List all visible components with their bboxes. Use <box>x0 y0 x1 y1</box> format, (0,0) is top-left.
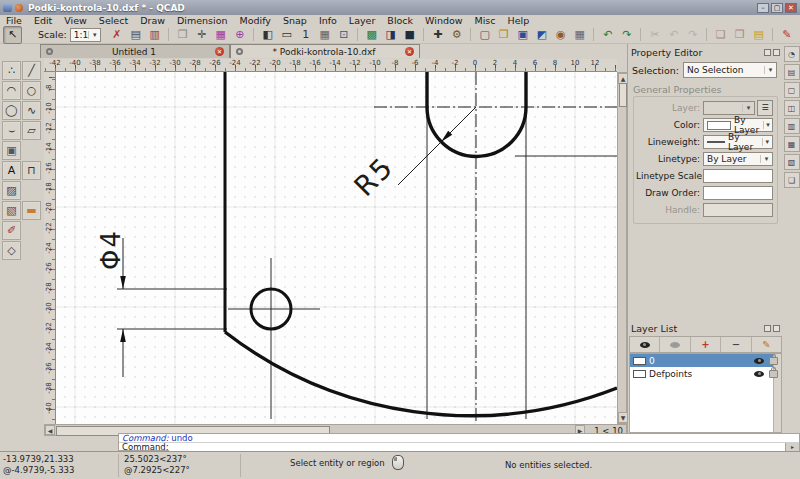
dimension-tool[interactable]: ▬ <box>22 201 41 220</box>
arc-tool[interactable]: ◠ <box>2 81 21 100</box>
text-tool[interactable]: A <box>2 161 21 180</box>
polyline-tool[interactable]: ⌣ <box>2 121 21 140</box>
dock-toggle-1[interactable]: ◔ <box>784 46 800 62</box>
grid-toggle-button[interactable]: ▦ <box>315 26 334 44</box>
minimize-button[interactable]: – <box>757 3 769 13</box>
cut-button[interactable]: ✂ <box>645 26 664 44</box>
pointer-select-button[interactable]: ↖ <box>3 26 22 44</box>
remove-layer-button[interactable]: − <box>721 337 751 352</box>
menu-snap[interactable]: Snap <box>277 15 313 26</box>
add-plus-button[interactable]: ✚ <box>428 26 447 44</box>
document-tab[interactable]: Untitled 1✕ <box>40 44 230 58</box>
menu-layer[interactable]: Layer <box>343 15 382 26</box>
menu-help[interactable]: Help <box>502 15 536 26</box>
lineweight-combobox[interactable]: By Layer ▾ <box>703 135 773 149</box>
print-button[interactable]: ▤ <box>126 26 145 44</box>
dock-toggle-5[interactable]: ▥ <box>784 118 800 134</box>
command-options-button[interactable]: ▸ <box>785 443 799 451</box>
copy-with-ref-button[interactable]: ❐ <box>730 26 749 44</box>
layer-list-scrollbar[interactable] <box>773 354 781 432</box>
zoom-selection-button[interactable]: ⊡ <box>334 26 353 44</box>
dock-toggle-4[interactable]: ◫ <box>784 100 800 116</box>
menu-misc[interactable]: Misc <box>469 15 502 26</box>
drawing-canvas[interactable]: R5 Φ4 <box>56 72 617 424</box>
layer-lock-icon[interactable] <box>769 357 778 365</box>
vertical-scroll-thumb[interactable] <box>619 83 627 107</box>
layer-visibility-icon[interactable] <box>754 358 764 364</box>
scale-combobox[interactable]: 1:1 ▾ <box>70 28 101 42</box>
menu-select[interactable]: Select <box>93 15 134 26</box>
menu-info[interactable]: Info <box>313 15 343 26</box>
draw-order-input[interactable] <box>703 186 773 200</box>
panel-close-icon[interactable] <box>773 49 780 56</box>
circle-tool[interactable]: ○ <box>22 81 41 100</box>
ordinate-tool[interactable]: ⊓ <box>22 161 41 180</box>
snap-grid-button[interactable]: ▦ <box>211 26 230 44</box>
dock-toggle-2[interactable]: ▤ <box>784 64 800 80</box>
scroll-left-icon[interactable]: ◀ <box>45 425 55 435</box>
save-as-button[interactable]: ◩ <box>532 26 551 44</box>
document-tab[interactable]: * Podki-kontrola-10.dxf✕ <box>230 44 420 58</box>
page-border-button[interactable]: 1 <box>296 26 315 44</box>
outline-mode-button[interactable]: ▭ <box>277 26 296 44</box>
snap-center-button[interactable]: ⊕ <box>230 26 249 44</box>
dock-toggle-3[interactable]: ▢ <box>784 82 800 98</box>
selection-combobox[interactable]: No Selection ▾ <box>683 62 777 78</box>
gradient-preview-button[interactable]: ◨ <box>381 26 400 44</box>
print-preview-button[interactable]: ▥ <box>145 26 164 44</box>
paste-tool-button[interactable]: ❐ <box>173 26 192 44</box>
menu-edit[interactable]: Edit <box>28 15 58 26</box>
menu-dimension[interactable]: Dimension <box>171 15 234 26</box>
new-file-button[interactable]: ▢ <box>475 26 494 44</box>
edit-layer-button[interactable]: ✎ <box>752 337 781 352</box>
hide-all-layers-button[interactable] <box>660 337 690 352</box>
layer-lock-icon[interactable] <box>769 370 778 378</box>
show-all-layers-button[interactable] <box>630 337 660 352</box>
copy-button[interactable]: ❏ <box>711 26 730 44</box>
point-tool[interactable]: ∴ <box>2 61 21 80</box>
open-file-button[interactable]: ❐ <box>494 26 513 44</box>
undo-button[interactable]: ↶ <box>598 26 617 44</box>
menu-modify[interactable]: Modify <box>233 15 276 26</box>
restrict-ortho-button[interactable]: ✛ <box>192 26 211 44</box>
layer-combobox[interactable]: ▾ <box>703 101 755 115</box>
layer-row[interactable]: 0 <box>630 354 781 367</box>
save-file-button[interactable]: ▣ <box>513 26 532 44</box>
linetype-combobox[interactable]: By Layer ▾ <box>703 152 773 166</box>
home-button[interactable]: ◉ <box>551 26 570 44</box>
vertical-scrollbar[interactable]: ▲ ▼ <box>617 72 627 424</box>
draw-pen-button[interactable]: ✎ <box>777 26 796 44</box>
spline-tool[interactable]: ∿ <box>22 101 41 120</box>
close-drawing-button[interactable]: ✗ <box>107 26 126 44</box>
add-layer-button[interactable]: + <box>691 337 721 352</box>
draft-mode-button[interactable]: ◧ <box>258 26 277 44</box>
menu-view[interactable]: View <box>58 15 93 26</box>
ellipse-tool[interactable]: ◯ <box>2 101 21 120</box>
panel-float-icon[interactable] <box>764 325 771 332</box>
redo-small-button[interactable]: ↷ <box>683 26 702 44</box>
menu-draw[interactable]: Draw <box>134 15 171 26</box>
settings-tools-button[interactable]: ⚙ <box>447 26 466 44</box>
color-combobox[interactable]: By Layer ▾ <box>703 118 773 132</box>
modify-tool[interactable]: ✐ <box>2 221 21 240</box>
dock-toggle-6[interactable]: ▦ <box>784 136 800 152</box>
paste-button[interactable]: ▤ <box>749 26 768 44</box>
panel-close-icon[interactable] <box>773 325 780 332</box>
black-box-button[interactable]: ■ <box>400 26 419 44</box>
line-tool[interactable]: ╱ <box>22 61 41 80</box>
close-button[interactable]: ✕ <box>785 3 797 13</box>
image-tool[interactable]: ▨ <box>2 181 21 200</box>
dock-toggle-7[interactable]: ▧ <box>784 154 800 170</box>
command-input[interactable] <box>169 444 785 451</box>
undo-small-button[interactable]: ↶ <box>664 26 683 44</box>
color-palette-button[interactable]: ▩ <box>362 26 381 44</box>
hatch-tool[interactable]: ▧ <box>2 201 21 220</box>
viewport-tool[interactable]: ▣ <box>2 141 21 160</box>
layer-row[interactable]: Defpoints <box>630 367 781 380</box>
preview-image-button[interactable]: ▦ <box>570 26 589 44</box>
block-banner-button[interactable]: ▬ <box>796 26 800 44</box>
menu-file[interactable]: File <box>0 15 28 26</box>
linetype-scale-input[interactable] <box>703 169 773 183</box>
maximize-button[interactable]: ▢ <box>771 3 783 13</box>
solid-tool[interactable]: ◇ <box>2 241 21 260</box>
